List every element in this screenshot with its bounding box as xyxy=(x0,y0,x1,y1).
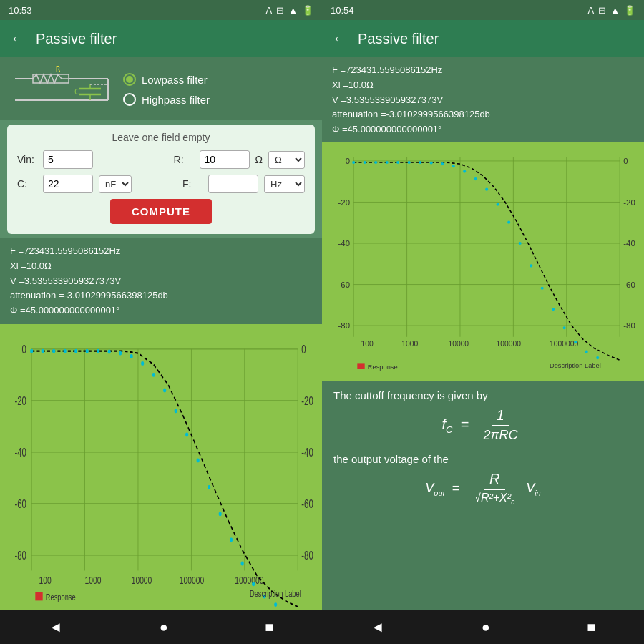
right-icon-msg: ⊟ xyxy=(598,5,606,16)
svg-point-104 xyxy=(485,188,488,191)
formula2-math: Vout = R √R²+X²c Vin xyxy=(425,481,540,495)
svg-point-97 xyxy=(408,161,411,164)
left-status-bar: 10:53 A ⊟ ▲ 🔋 xyxy=(0,0,322,20)
f-label: F: xyxy=(182,178,203,190)
formula1-display: fC = 1 2πRC xyxy=(333,407,633,443)
svg-point-107 xyxy=(519,242,522,245)
svg-text:Description Label: Description Label xyxy=(550,362,601,369)
svg-text:-80: -80 xyxy=(338,321,350,330)
left-back-nav[interactable]: ◄ xyxy=(34,613,77,641)
vin-row: Vin: R: Ω ΩkΩMΩ xyxy=(17,150,305,169)
svg-point-53 xyxy=(185,433,188,437)
svg-text:-40: -40 xyxy=(338,239,350,248)
right-back-nav[interactable]: ◄ xyxy=(356,613,399,641)
formula1-math: fC = 1 2πRC xyxy=(442,416,525,432)
f-input[interactable] xyxy=(208,175,258,193)
svg-point-43 xyxy=(74,349,77,353)
svg-point-93 xyxy=(364,161,366,164)
left-phone-panel: 10:53 A ⊟ ▲ 🔋 ← Passive filter R xyxy=(0,0,322,644)
left-results: F =723431.5595086152Hz Xl =10.0Ω V =3.53… xyxy=(0,238,322,324)
svg-point-44 xyxy=(86,349,89,353)
svg-text:-20: -20 xyxy=(623,198,635,207)
svg-point-52 xyxy=(175,409,177,413)
r-input[interactable] xyxy=(200,150,250,169)
r-unit-select[interactable]: ΩkΩMΩ xyxy=(268,151,305,169)
svg-point-101 xyxy=(452,165,455,167)
svg-point-41 xyxy=(52,349,55,353)
right-result-f: F =723431.5595086152Hz xyxy=(332,63,634,78)
compute-button[interactable]: COMPUTE xyxy=(110,199,212,224)
svg-point-56 xyxy=(219,512,222,516)
svg-text:100000: 100000 xyxy=(180,575,204,587)
result-v: V =3.5355339059327373V xyxy=(10,274,312,289)
svg-text:-80: -80 xyxy=(301,550,313,562)
right-signal-icon: ▲ xyxy=(610,5,620,16)
svg-text:R: R xyxy=(56,65,61,73)
f-unit-select[interactable]: HzkHzMHz xyxy=(264,175,305,193)
right-back-button[interactable]: ← xyxy=(332,29,348,48)
svg-rect-12 xyxy=(6,328,316,607)
lowpass-option[interactable]: Lowpass filter xyxy=(123,73,210,86)
left-recent-nav[interactable]: ■ xyxy=(250,613,288,641)
result-xl: Xl =10.0Ω xyxy=(10,259,312,274)
svg-point-58 xyxy=(241,562,244,566)
svg-point-113 xyxy=(585,351,588,353)
svg-point-94 xyxy=(374,161,377,164)
svg-point-109 xyxy=(541,287,544,290)
highpass-option[interactable]: Highpass filter xyxy=(123,93,210,106)
svg-point-54 xyxy=(197,459,200,463)
svg-point-102 xyxy=(463,170,466,172)
svg-point-103 xyxy=(474,177,477,180)
cf-row: C: pFnFμF F: HzkHzMHz xyxy=(17,175,305,193)
left-battery-icon: 🔋 xyxy=(302,5,313,16)
svg-point-108 xyxy=(530,264,532,267)
svg-text:0: 0 xyxy=(22,343,27,356)
right-chart: 0 -20 -40 -60 -80 0 -20 -40 -60 -80 100 … xyxy=(322,142,644,381)
lowpass-radio[interactable] xyxy=(123,73,136,86)
right-result-attenuation: attenuation =-3.0102999566398125db xyxy=(332,107,634,122)
right-icon-a: A xyxy=(587,5,594,16)
highpass-radio[interactable] xyxy=(123,93,136,106)
left-icon-a: A xyxy=(265,5,272,16)
svg-point-96 xyxy=(396,161,399,164)
svg-point-42 xyxy=(64,349,67,353)
right-toolbar: ← Passive filter xyxy=(322,20,644,57)
left-toolbar: ← Passive filter xyxy=(0,20,322,57)
svg-text:-60: -60 xyxy=(338,280,350,289)
svg-text:-80: -80 xyxy=(15,550,27,562)
right-toolbar-title: Passive filter xyxy=(358,31,439,47)
c-unit-select[interactable]: pFnFμF xyxy=(99,175,132,193)
left-home-nav[interactable]: ● xyxy=(145,613,182,641)
right-result-v: V =3.5355339059327373V xyxy=(332,93,634,108)
left-back-button[interactable]: ← xyxy=(10,29,26,48)
right-home-nav[interactable]: ● xyxy=(467,613,504,641)
svg-point-61 xyxy=(274,602,277,607)
left-results-text: F =723431.5595086152Hz Xl =10.0Ω V =3.53… xyxy=(10,244,312,318)
svg-text:100000: 100000 xyxy=(497,340,522,348)
svg-text:Description Label: Description Label xyxy=(250,588,301,598)
svg-text:-20: -20 xyxy=(338,198,350,207)
left-toolbar-title: Passive filter xyxy=(36,31,117,47)
right-status-icons: A ⊟ ▲ 🔋 xyxy=(587,5,635,16)
right-result-phi: Φ =45.000000000000001° xyxy=(332,122,634,137)
svg-point-92 xyxy=(352,161,355,164)
right-time: 10:54 xyxy=(331,5,354,16)
left-chart: 0 -20 -40 -60 -80 0 -20 -40 -60 -80 100 … xyxy=(0,324,322,610)
result-f: F =723431.5595086152Hz xyxy=(10,244,312,259)
input-card: Leave one field empty Vin: R: Ω ΩkΩMΩ C:… xyxy=(7,125,315,234)
input-card-hint: Leave one field empty xyxy=(17,132,305,143)
c-input[interactable] xyxy=(43,175,93,193)
right-recent-nav[interactable]: ■ xyxy=(572,613,610,641)
svg-point-55 xyxy=(208,485,210,489)
svg-point-48 xyxy=(130,354,133,358)
left-nav-bar: ◄ ● ■ xyxy=(0,610,322,644)
svg-point-105 xyxy=(497,203,499,205)
formula2-intro: the output voltage of the xyxy=(333,453,633,465)
svg-text:-80: -80 xyxy=(623,321,635,330)
svg-point-57 xyxy=(230,537,233,542)
filter-options: Lowpass filter Highpass filter xyxy=(123,73,210,106)
vin-input[interactable] xyxy=(43,150,93,169)
svg-text:-60: -60 xyxy=(301,498,313,510)
right-phone-panel: 10:54 A ⊟ ▲ 🔋 ← Passive filter F =723431… xyxy=(322,0,644,644)
left-content: R C xyxy=(0,57,322,610)
